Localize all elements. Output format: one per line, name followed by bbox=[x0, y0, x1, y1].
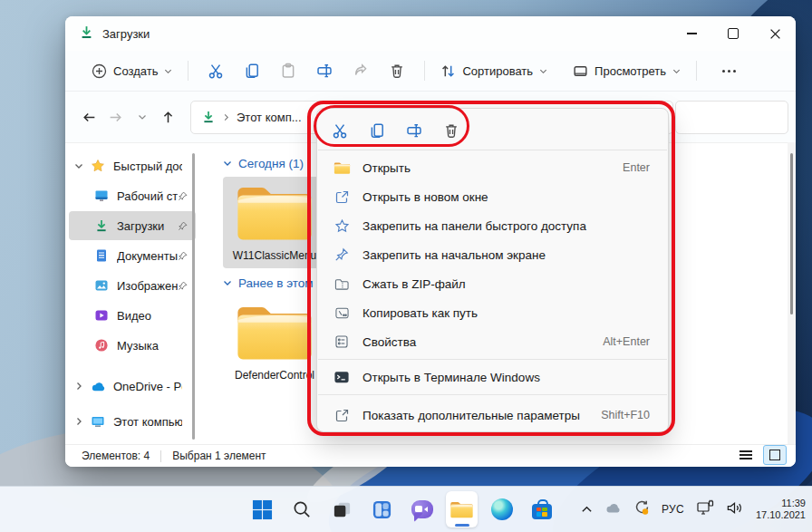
menu-item-pin-start[interactable]: Закрепить на начальном экране bbox=[317, 240, 668, 269]
language-indicator[interactable]: РУС bbox=[662, 503, 684, 516]
minimize-button[interactable] bbox=[671, 16, 712, 51]
chevron-right-icon[interactable] bbox=[69, 382, 89, 391]
rename-button[interactable] bbox=[399, 118, 430, 143]
sidebar-item-onedrive[interactable]: OneDrive - Perso bbox=[69, 372, 196, 401]
copy-button[interactable] bbox=[234, 57, 270, 84]
navigation-pane: Быстрый доступ Рабочий ст Загрузки Докум… bbox=[65, 142, 207, 445]
sidebar-item-music[interactable]: Музыка bbox=[69, 331, 196, 360]
menu-separator bbox=[318, 394, 667, 395]
close-icon bbox=[769, 28, 781, 40]
start-button[interactable] bbox=[246, 491, 278, 527]
network-icon bbox=[696, 499, 714, 516]
delete-button[interactable] bbox=[379, 57, 415, 84]
folder-tile[interactable]: DefenderControl bbox=[223, 296, 326, 388]
sidebar-item-quick-access[interactable]: Быстрый доступ bbox=[69, 151, 196, 180]
menu-item-compress-zip[interactable]: Сжать в ZIP-файл bbox=[317, 269, 668, 298]
cloud-icon bbox=[604, 501, 622, 514]
menu-item-properties[interactable]: Свойства Alt+Enter bbox=[317, 327, 668, 356]
sidebar-item-pictures[interactable]: Изображен bbox=[69, 271, 196, 300]
menu-item-show-more-options[interactable]: Показать дополнительные параметры Shift+… bbox=[317, 398, 668, 432]
back-button[interactable] bbox=[76, 104, 102, 131]
menu-item-copy-path[interactable]: Копировать как путь bbox=[317, 298, 668, 327]
maximize-button[interactable] bbox=[712, 16, 754, 51]
clock[interactable]: 11:39 17.10.2021 bbox=[756, 498, 806, 522]
store-button[interactable] bbox=[526, 491, 557, 527]
menu-separator bbox=[318, 150, 667, 150]
more-options-button[interactable] bbox=[717, 64, 741, 78]
sidebar-item-downloads[interactable]: Загрузки bbox=[69, 211, 196, 240]
zip-folder-icon bbox=[333, 276, 351, 291]
update-tray-button[interactable] bbox=[633, 499, 650, 519]
cut-button[interactable] bbox=[198, 57, 234, 84]
breadcrumb[interactable]: Этот комп... bbox=[237, 111, 302, 124]
menu-item-label: Закрепить на панели быстрого доступа bbox=[362, 219, 586, 233]
video-icon bbox=[92, 308, 111, 323]
details-view-button[interactable] bbox=[734, 445, 758, 465]
content-scrollbar[interactable] bbox=[788, 142, 796, 445]
sidebar-item-documents[interactable]: Документы bbox=[69, 241, 196, 270]
divider bbox=[160, 450, 161, 462]
menu-item-open-new-window[interactable]: Открыть в новом окне bbox=[317, 182, 668, 211]
music-icon bbox=[92, 338, 111, 353]
volume-tray-button[interactable] bbox=[726, 500, 743, 519]
paste-button[interactable] bbox=[270, 57, 306, 84]
sidebar-item-this-pc[interactable]: Этот компьютер bbox=[69, 407, 196, 436]
new-button[interactable]: Создать bbox=[85, 59, 179, 83]
group-header-label: Сегодня (1) bbox=[238, 157, 304, 170]
sidebar-scrollbar[interactable] bbox=[192, 153, 195, 440]
icons-view-button[interactable] bbox=[763, 445, 787, 465]
sort-button[interactable]: Сортировать bbox=[434, 59, 554, 83]
up-button[interactable] bbox=[155, 104, 181, 131]
menu-item-open-terminal[interactable]: Открыть в Терминале Windows bbox=[317, 363, 668, 392]
sidebar-item-videos[interactable]: Видео bbox=[69, 301, 196, 330]
menu-item-open[interactable]: Открыть Enter bbox=[317, 153, 668, 182]
show-hidden-icons-button[interactable] bbox=[581, 501, 593, 517]
copy-path-icon bbox=[333, 306, 351, 320]
sidebar-item-desktop[interactable]: Рабочий ст bbox=[69, 181, 196, 210]
menu-item-shortcut: Enter bbox=[623, 161, 650, 174]
chat-button[interactable] bbox=[406, 491, 438, 527]
delete-button[interactable] bbox=[436, 118, 467, 143]
search-input[interactable] bbox=[675, 101, 788, 134]
store-icon bbox=[532, 504, 552, 519]
menu-item-pin-quick-access[interactable]: Закрепить на панели быстрого доступа bbox=[317, 211, 668, 240]
cut-button[interactable] bbox=[324, 118, 355, 143]
copy-button[interactable] bbox=[362, 118, 392, 143]
new-button-label: Создать bbox=[113, 64, 158, 78]
task-view-button[interactable] bbox=[326, 491, 358, 527]
search-button[interactable] bbox=[286, 491, 318, 527]
sort-button-label: Сортировать bbox=[462, 64, 533, 78]
onedrive-tray-button[interactable] bbox=[604, 501, 622, 517]
arrow-left-icon bbox=[82, 110, 97, 125]
chevron-down-icon[interactable] bbox=[69, 161, 89, 170]
recent-locations-button[interactable] bbox=[129, 104, 155, 131]
chevron-down-icon bbox=[223, 159, 232, 168]
menu-item-shortcut: Shift+F10 bbox=[601, 409, 650, 421]
chevron-right-icon[interactable] bbox=[69, 417, 89, 426]
close-button[interactable] bbox=[754, 16, 796, 51]
widgets-button[interactable] bbox=[366, 491, 398, 527]
folder-icon bbox=[234, 181, 315, 245]
folder-tile-selected[interactable]: W11ClassicMenu bbox=[223, 177, 326, 268]
sidebar-item-label: Музыка bbox=[117, 339, 159, 353]
desktop-icon bbox=[92, 189, 111, 203]
pin-icon bbox=[178, 191, 188, 201]
titlebar: Загрузки bbox=[65, 16, 796, 51]
rename-icon bbox=[316, 63, 333, 79]
share-button[interactable] bbox=[343, 57, 379, 84]
copy-icon bbox=[244, 63, 260, 79]
menu-item-label: Закрепить на начальном экране bbox=[362, 248, 546, 262]
rename-button[interactable] bbox=[306, 57, 343, 84]
folder-icon bbox=[333, 161, 351, 175]
edge-button[interactable] bbox=[486, 491, 517, 527]
selection-count: Выбран 1 элемент bbox=[172, 450, 266, 462]
sort-icon bbox=[440, 63, 456, 79]
folder-name: DefenderControl bbox=[225, 369, 324, 382]
properties-icon bbox=[333, 334, 351, 349]
file-explorer-button[interactable] bbox=[446, 491, 478, 527]
documents-icon bbox=[92, 248, 111, 263]
scrollbar-thumb[interactable] bbox=[790, 153, 793, 314]
forward-button[interactable] bbox=[102, 104, 129, 131]
view-button[interactable]: Просмотреть bbox=[566, 59, 687, 83]
network-tray-button[interactable] bbox=[696, 499, 714, 519]
